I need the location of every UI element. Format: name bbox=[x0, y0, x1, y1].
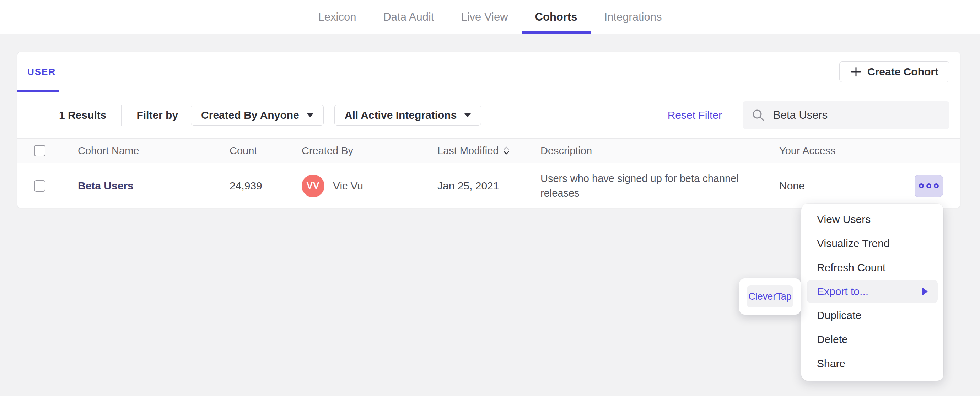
row-context-menu: View Users Visualize Trend Refresh Count… bbox=[801, 204, 943, 381]
menu-item-delete[interactable]: Delete bbox=[801, 327, 943, 351]
search-box[interactable] bbox=[743, 101, 950, 129]
header-your-access[interactable]: Your Access bbox=[779, 145, 891, 157]
table-row: Beta Users 24,939 VV Vic Vu Jan 25, 2021… bbox=[18, 163, 960, 208]
header-cohort-name[interactable]: Cohort Name bbox=[78, 145, 229, 157]
menu-item-visualize-trend[interactable]: Visualize Trend bbox=[801, 232, 943, 255]
submenu-item-clevertap[interactable]: CleverTap bbox=[747, 286, 793, 308]
cohorts-page: Lexicon Data Audit Live View Cohorts Int… bbox=[0, 0, 980, 396]
creator-name: Vic Vu bbox=[333, 180, 363, 192]
your-access-value: None bbox=[779, 180, 891, 192]
sort-icon bbox=[503, 146, 509, 155]
header-last-modified-label: Last Modified bbox=[438, 145, 499, 157]
filter-divider bbox=[121, 104, 121, 126]
card-header: USER Create Cohort bbox=[18, 52, 960, 92]
top-nav-tabs: Lexicon Data Audit Live View Cohorts Int… bbox=[0, 0, 980, 34]
active-tab-underline bbox=[522, 31, 591, 34]
search-icon bbox=[751, 108, 765, 122]
ellipsis-icon bbox=[926, 184, 931, 188]
plus-icon bbox=[850, 66, 862, 78]
filter-bar: 1 Results Filter by Created By Anyone Al… bbox=[18, 92, 960, 138]
cohort-name-link[interactable]: Beta Users bbox=[78, 180, 134, 192]
ellipsis-icon bbox=[934, 184, 939, 188]
top-nav: Lexicon Data Audit Live View Cohorts Int… bbox=[0, 0, 980, 34]
ellipsis-icon bbox=[919, 184, 924, 188]
tab-integrations[interactable]: Integrations bbox=[590, 0, 675, 34]
tab-live-view[interactable]: Live View bbox=[447, 0, 521, 34]
last-modified-date: Jan 25, 2021 bbox=[438, 180, 541, 192]
create-cohort-button[interactable]: Create Cohort bbox=[839, 62, 950, 82]
tab-live-view-label: Live View bbox=[461, 11, 508, 24]
menu-item-share[interactable]: Share bbox=[801, 351, 943, 376]
created-by-cell: VV Vic Vu bbox=[302, 174, 438, 197]
header-last-modified[interactable]: Last Modified bbox=[438, 145, 541, 157]
integrations-dropdown[interactable]: All Active Integrations bbox=[334, 104, 482, 126]
table-header-row: Cohort Name Count Created By Last Modifi… bbox=[18, 138, 960, 163]
menu-item-export-to-label: Export to... bbox=[817, 286, 869, 297]
tab-data-audit-label: Data Audit bbox=[383, 11, 434, 24]
avatar: VV bbox=[302, 174, 325, 197]
header-description[interactable]: Description bbox=[541, 145, 779, 157]
tab-lexicon[interactable]: Lexicon bbox=[305, 0, 370, 34]
chevron-down-icon bbox=[465, 113, 471, 117]
submenu-arrow-icon bbox=[923, 287, 928, 295]
header-count[interactable]: Count bbox=[229, 145, 302, 157]
row-checkbox[interactable] bbox=[34, 180, 46, 192]
filter-right-group: Reset Filter bbox=[668, 101, 950, 129]
reset-filter-link[interactable]: Reset Filter bbox=[668, 109, 722, 121]
tab-cohorts-label: Cohorts bbox=[535, 11, 578, 24]
created-by-dropdown[interactable]: Created By Anyone bbox=[191, 104, 324, 126]
create-cohort-label: Create Cohort bbox=[867, 66, 939, 78]
tab-integrations-label: Integrations bbox=[604, 11, 662, 24]
filter-by-label: Filter by bbox=[137, 109, 178, 121]
integrations-dropdown-label: All Active Integrations bbox=[345, 109, 457, 121]
menu-item-refresh-count[interactable]: Refresh Count bbox=[801, 255, 943, 280]
tab-data-audit[interactable]: Data Audit bbox=[369, 0, 447, 34]
search-input[interactable] bbox=[773, 109, 941, 121]
select-all-checkbox[interactable] bbox=[34, 145, 46, 156]
menu-item-duplicate[interactable]: Duplicate bbox=[801, 303, 943, 327]
tab-cohorts[interactable]: Cohorts bbox=[522, 0, 591, 34]
menu-item-export-to[interactable]: Export to... bbox=[807, 280, 938, 303]
header-created-by[interactable]: Created By bbox=[302, 145, 438, 157]
results-count: 1 Results bbox=[59, 109, 106, 121]
row-options-button[interactable] bbox=[915, 175, 943, 197]
created-by-dropdown-label: Created By Anyone bbox=[201, 109, 299, 121]
chevron-down-icon bbox=[307, 113, 313, 117]
cohort-count: 24,939 bbox=[229, 180, 302, 192]
tab-lexicon-label: Lexicon bbox=[318, 11, 356, 24]
export-submenu: CleverTap bbox=[739, 278, 801, 315]
tab-user[interactable]: USER bbox=[27, 67, 56, 78]
row-checkbox-cell bbox=[18, 180, 78, 192]
cohorts-card: USER Create Cohort 1 Results Filter by C… bbox=[17, 51, 961, 208]
menu-item-view-users[interactable]: View Users bbox=[801, 207, 943, 232]
header-checkbox-cell bbox=[18, 145, 78, 156]
cohort-description: Users who have signed up for beta channe… bbox=[541, 171, 754, 201]
